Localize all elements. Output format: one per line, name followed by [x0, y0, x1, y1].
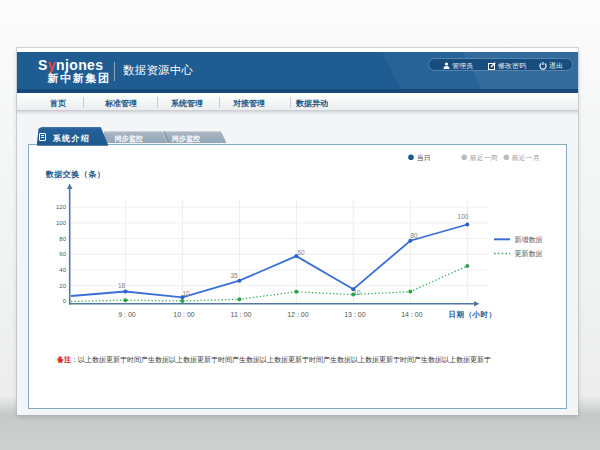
svg-text:12 : 00: 12 : 00 — [287, 311, 309, 318]
svg-text:60: 60 — [59, 251, 66, 257]
svg-text:80: 80 — [59, 236, 66, 242]
svg-text:9 : 00: 9 : 00 — [118, 311, 136, 318]
svg-text:13 : 00: 13 : 00 — [344, 311, 366, 318]
svg-text:60: 60 — [297, 249, 305, 256]
svg-text:100: 100 — [56, 220, 67, 226]
svg-text:新增数据: 新增数据 — [515, 235, 543, 244]
svg-text:18: 18 — [118, 282, 126, 289]
svg-text:14 : 00: 14 : 00 — [401, 311, 423, 318]
svg-text:20: 20 — [59, 283, 66, 289]
svg-text:10: 10 — [182, 290, 190, 297]
svg-text:日期（小时）: 日期（小时） — [449, 310, 497, 319]
svg-text:80: 80 — [410, 232, 418, 239]
svg-text:当日: 当日 — [417, 154, 431, 162]
svg-text:0: 0 — [63, 298, 67, 304]
svg-text:100: 100 — [458, 213, 469, 220]
svg-text:35: 35 — [230, 272, 238, 279]
svg-text:10: 10 — [353, 289, 361, 296]
svg-text:40: 40 — [59, 267, 66, 273]
svg-text:最近一周: 最近一周 — [470, 154, 498, 161]
svg-text:11 : 00: 11 : 00 — [231, 311, 252, 318]
svg-text:最近一月: 最近一月 — [512, 154, 540, 162]
svg-text:120: 120 — [56, 204, 67, 210]
svg-text:10 : 00: 10 : 00 — [173, 311, 195, 318]
svg-text:数据交换（条）: 数据交换（条） — [45, 170, 106, 179]
svg-text:更新数据: 更新数据 — [515, 249, 543, 258]
